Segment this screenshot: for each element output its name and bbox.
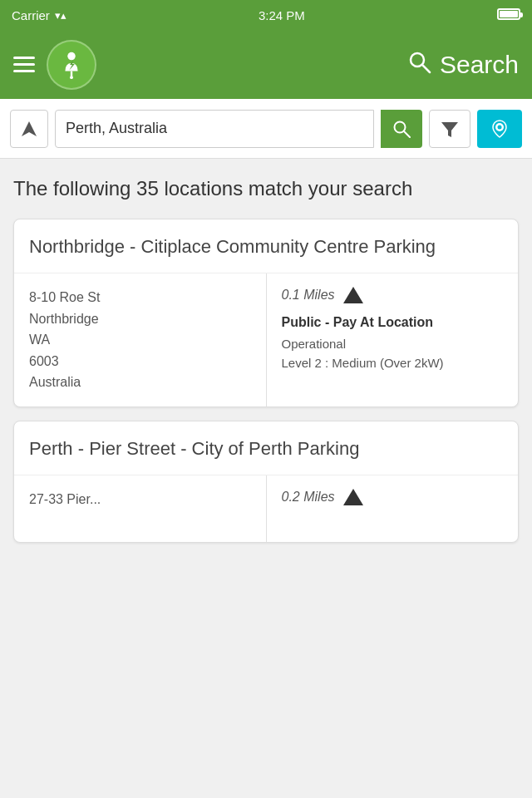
card-title: Northbridge - Citiplace Community Centre… — [14, 219, 518, 273]
svg-marker-8 — [441, 122, 458, 137]
card-details: 0.1 Miles Public - Pay At Location Opera… — [267, 273, 519, 406]
card-title-2: Perth - Pier Street - City of Perth Park… — [14, 421, 518, 475]
location-card[interactable]: Northbridge - Citiplace Community Centre… — [13, 219, 519, 407]
card-address-2: 27-33 Pier... — [14, 475, 267, 542]
card-address: 8-10 Roe St Northbridge WA 6003 Australi… — [14, 273, 267, 406]
hamburger-line-2 — [13, 63, 35, 66]
svg-point-0 — [67, 52, 76, 60]
address-text: 8-10 Roe St Northbridge WA 6003 Australi… — [29, 290, 100, 389]
battery-indicator — [497, 8, 520, 22]
svg-point-10 — [498, 125, 502, 129]
location-card-2[interactable]: Perth - Pier Street - City of Perth Park… — [13, 421, 519, 543]
search-input-wrap — [55, 110, 374, 148]
logo-icon — [56, 49, 87, 81]
results-summary: The following 35 locations match your se… — [13, 175, 519, 202]
svg-line-4 — [422, 65, 430, 72]
svg-point-2 — [70, 76, 73, 79]
search-icon — [408, 51, 431, 79]
svg-line-7 — [404, 131, 410, 137]
wifi-icon: ▾▴ — [55, 9, 66, 22]
carrier-label: Carrier — [12, 8, 50, 22]
hamburger-line-3 — [13, 70, 35, 72]
card-distance: 0.1 Miles — [282, 287, 504, 303]
card-body: 8-10 Roe St Northbridge WA 6003 Australi… — [14, 273, 518, 406]
search-input[interactable] — [56, 120, 373, 137]
level-label: Level 2 : Medium (Over 2kW) — [282, 356, 444, 370]
header-left — [13, 40, 96, 90]
app-logo[interactable] — [47, 40, 96, 90]
filter-icon — [441, 120, 459, 138]
map-pin-icon — [490, 119, 510, 139]
use-location-button[interactable] — [10, 110, 48, 148]
navigation-arrow-icon-2 — [343, 489, 363, 505]
address-text-2: 27-33 Pier... — [29, 492, 101, 506]
search-bar — [0, 99, 532, 159]
map-view-button[interactable] — [477, 110, 522, 148]
hamburger-line-1 — [13, 57, 35, 59]
filter-button[interactable] — [429, 110, 470, 148]
search-submit-icon — [392, 120, 411, 138]
time-label: 3:24 PM — [259, 8, 305, 22]
search-label: Search — [440, 51, 519, 79]
card-details-2: 0.2 Miles — [267, 475, 519, 542]
status-label: Operational — [282, 337, 347, 351]
navigation-arrow-icon — [343, 287, 363, 303]
location-arrow-icon — [20, 120, 38, 138]
card-distance-2: 0.2 Miles — [282, 489, 504, 505]
card-body-2: 27-33 Pier... 0.2 Miles — [14, 475, 518, 542]
svg-marker-5 — [22, 121, 37, 136]
search-svg — [408, 51, 431, 74]
results-area: The following 35 locations match your se… — [0, 159, 532, 573]
distance-text-2: 0.2 Miles — [282, 490, 335, 505]
distance-text: 0.1 Miles — [282, 288, 335, 303]
card-status-text: Operational Level 2 : Medium (Over 2kW) — [282, 335, 504, 372]
status-bar: Carrier ▾▴ 3:24 PM — [0, 0, 532, 30]
menu-button[interactable] — [13, 57, 35, 72]
carrier-info: Carrier ▾▴ — [12, 8, 66, 22]
search-button[interactable]: Search — [408, 51, 519, 79]
app-header: Search — [0, 30, 532, 99]
card-type: Public - Pay At Location — [282, 313, 504, 332]
search-submit-button[interactable] — [381, 110, 422, 148]
